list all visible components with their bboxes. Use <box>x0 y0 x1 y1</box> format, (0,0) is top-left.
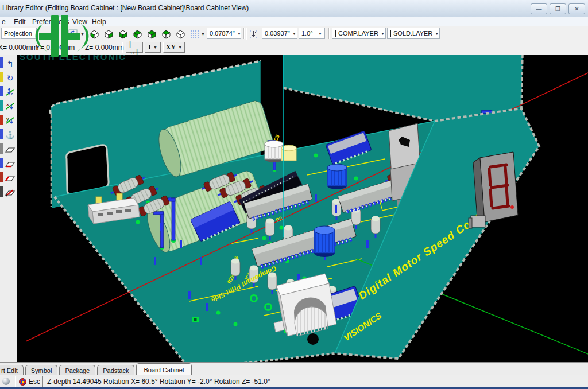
window-title: Library Editor (Editing Board Cabinet : … <box>2 4 249 12</box>
toolbar-separator <box>328 28 330 39</box>
grid-size-dropdown[interactable]: 0.07874'' ▼ <box>207 28 241 39</box>
trackball-icon <box>2 378 10 385</box>
rotate-icon: ↻ <box>7 74 14 82</box>
units-dropdown-button[interactable]: I ▼ <box>145 42 161 53</box>
undo-button[interactable]: ↰ <box>4 57 16 69</box>
close-icon: ✕ <box>574 6 579 12</box>
comp-layer-dropdown[interactable]: COMP.LAYER ▼ <box>332 28 386 39</box>
plane-view-button[interactable] <box>4 143 16 155</box>
snap-toggle-button[interactable] <box>246 28 260 40</box>
close-button[interactable]: ✕ <box>568 3 585 14</box>
white-capacitor <box>265 141 283 162</box>
tab-board-cabinet[interactable]: Board Cabinet <box>136 363 191 376</box>
svg-text:×: × <box>6 102 9 107</box>
toolbar-separator <box>243 28 245 39</box>
cube-top-icon <box>161 29 171 39</box>
dropdown-arrow-icon: ▼ <box>378 32 385 36</box>
toolbar-divider <box>3 55 3 362</box>
menu-edit[interactable]: Edit <box>14 18 26 26</box>
anchor-icon: ⚓ <box>5 131 14 139</box>
sold-layer-dropdown[interactable]: SOLD.LAYER ▼ <box>387 28 440 39</box>
grid-icon <box>190 30 199 38</box>
toolbar-separator <box>122 42 123 53</box>
dropdown-arrow-icon: ▼ <box>316 32 322 36</box>
plane-diagonal-icon <box>5 188 16 197</box>
view-cube-right-button[interactable] <box>145 28 158 40</box>
dropdown-arrow-icon: ▼ <box>176 45 182 49</box>
grid-size-value: 0.07874'' <box>210 30 235 37</box>
plane-bottom-edge-button[interactable] <box>4 158 16 170</box>
axis-mode-dropdown-button[interactable]: XY ▼ <box>163 42 185 53</box>
blue-capacitor <box>314 226 335 257</box>
mounting-hole <box>307 333 319 345</box>
plane-left-edge-button[interactable] <box>4 172 16 184</box>
rotate-tool-button[interactable]: ↻ <box>4 72 16 84</box>
undo-icon: ↰ <box>7 60 14 68</box>
snap-grid-icon <box>249 30 258 38</box>
board-cabinet-scene: SOUTH ELECTRONIC <box>17 55 588 362</box>
rotate-x-icon: × <box>5 102 15 111</box>
decimal-point <box>510 205 514 209</box>
comp-layer-label: COMP.LAYER <box>338 30 378 37</box>
grid-toggle-button[interactable]: ▼ <box>189 28 206 40</box>
blue-capacitor <box>327 164 347 189</box>
tab-label: Padstack <box>103 367 129 374</box>
library-editor-window: Library Editor (Editing Board Cabinet : … <box>0 0 588 389</box>
comp-layer-color-swatch <box>335 30 336 37</box>
rotate-x-button[interactable]: × <box>4 100 16 112</box>
vendor-logo <box>28 15 96 59</box>
cube-right-icon <box>147 29 157 39</box>
dropdown-arrow-icon: ▼ <box>199 32 205 36</box>
snap-size-dropdown[interactable]: 0.03937'' ▼ <box>262 28 297 39</box>
restore-icon: ❐ <box>555 6 560 12</box>
vendor-logo-icon <box>28 15 96 57</box>
dropdown-arrow-icon: ▼ <box>235 32 241 36</box>
units-label: I <box>148 43 151 52</box>
angle-step-dropdown[interactable]: 1.0° ▼ <box>299 28 325 39</box>
minimize-button[interactable]: — <box>531 3 547 14</box>
translate-z-button[interactable]: z <box>4 86 16 98</box>
restore-button[interactable]: ❐ <box>550 3 566 14</box>
window-frame-bottom <box>0 387 588 389</box>
translate-z-icon: z <box>5 87 15 97</box>
extents-icon: |↔| <box>129 40 140 56</box>
status-readout: Z-depth 14.49045 Rotation X= 60.5° Rotat… <box>42 376 586 387</box>
esc-button[interactable]: Esc <box>15 376 44 387</box>
rotate-y-icon: y <box>5 116 15 126</box>
esc-label: Esc <box>29 378 40 386</box>
tab-label: Board Cabinet <box>144 367 184 374</box>
snap-size-value: 0.03937'' <box>265 30 290 37</box>
cube-iso-icon <box>176 29 185 39</box>
tab-label: rt Edit <box>1 367 18 374</box>
dropdown-arrow-icon: ▼ <box>290 32 296 36</box>
view-cube-left-button[interactable] <box>130 28 144 40</box>
view-cube-back-button[interactable] <box>102 28 115 40</box>
plane-left-edge-icon <box>5 173 16 183</box>
status-bar: Esc Z-depth 14.49045 Rotation X= 60.5° R… <box>0 375 588 387</box>
menu-file-clipped[interactable]: e <box>2 18 6 26</box>
editor-tab-bar: rt Edit Symbol Package Padstack Board Ca… <box>0 362 588 375</box>
yellow-capacitor <box>281 145 296 161</box>
dropdown-arrow-icon: ▼ <box>151 45 157 49</box>
cube-left-icon <box>133 29 142 39</box>
rotate-y-button[interactable]: y <box>4 115 16 127</box>
viewport-3d[interactable]: SOUTH ELECTRONIC <box>17 55 588 362</box>
wall-mounted-component <box>469 216 485 228</box>
sold-layer-label: SOLD.LAYER <box>393 30 432 37</box>
window-controls: — ❐ ✕ <box>531 3 585 14</box>
plane-bottom-edge-icon <box>5 159 16 169</box>
cube-bottom-icon <box>118 29 128 39</box>
axis-mode-label: XY <box>166 43 176 52</box>
view-cube-top-button[interactable] <box>159 28 173 40</box>
svg-text:z: z <box>11 92 13 96</box>
anchor-tool-button[interactable]: ⚓ <box>4 129 16 141</box>
tab-label: Symbol <box>31 367 52 374</box>
dropdown-arrow-icon: ▼ <box>432 32 439 36</box>
tab-label: Package <box>65 367 90 374</box>
view-cube-iso-button[interactable] <box>173 28 187 40</box>
view-cube-bottom-button[interactable] <box>116 28 130 40</box>
rotation-status-text: Z-depth 14.49045 Rotation X= 60.5° Rotat… <box>47 378 270 386</box>
minimize-icon: — <box>536 6 542 12</box>
extents-button[interactable]: |↔| <box>126 42 143 53</box>
plane-diagonal-button[interactable] <box>4 186 16 199</box>
